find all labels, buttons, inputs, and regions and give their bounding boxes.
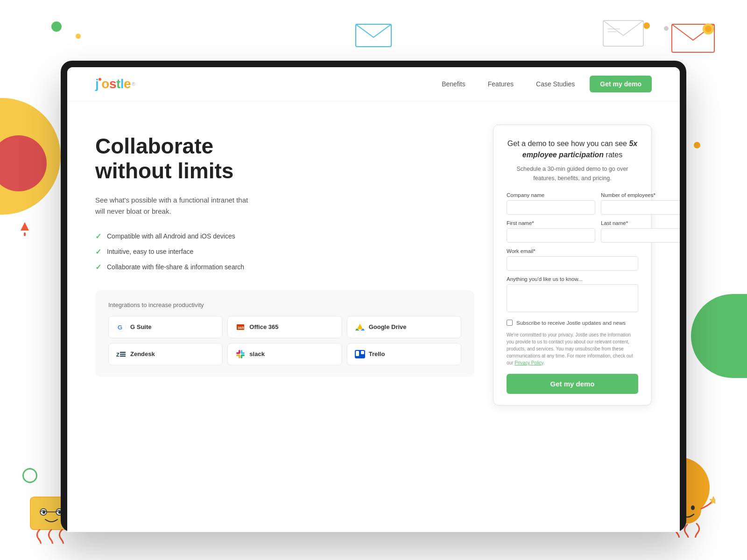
logo-letter-j: j: [95, 77, 99, 91]
integration-google-drive[interactable]: Google Drive: [347, 316, 461, 338]
hero-title: Collaborate without limits: [95, 134, 474, 183]
last-name-input[interactable]: [601, 228, 680, 243]
svg-point-10: [42, 511, 45, 514]
num-employees-input[interactable]: [601, 200, 680, 215]
svg-rect-1: [603, 21, 643, 46]
svg-marker-19: [21, 222, 29, 231]
check-icon-3: ✓: [95, 263, 101, 272]
integration-slack[interactable]: slack: [227, 343, 342, 365]
zendesk-icon: Z: [116, 349, 127, 359]
demo-card-subtitle: Schedule a 30-min guided demo to go over…: [507, 164, 638, 183]
subscribe-checkbox-row: Subscribe to receive Jostle updates and …: [507, 320, 638, 326]
slack-icon: [235, 349, 246, 359]
svg-text:G: G: [118, 324, 122, 331]
svg-point-6: [705, 26, 712, 32]
form-group-employees: Number of employees*: [601, 192, 680, 215]
company-name-label: Company name: [507, 192, 595, 198]
form-row-names: First name* Last name*: [507, 220, 638, 243]
laptop-frame: jostle ® Benefits Features Case Studies …: [61, 61, 686, 532]
gsuite-icon: G: [116, 322, 127, 332]
decor-gray-dot: [664, 26, 669, 31]
navigation: jostle ® Benefits Features Case Studies …: [67, 67, 680, 101]
work-email-label: Work email*: [507, 248, 638, 254]
form-row-company-employees: Company name Number of employees*: [507, 192, 638, 215]
laptop-screen: jostle ® Benefits Features Case Studies …: [67, 67, 680, 532]
envelope-top-icon: [355, 20, 392, 49]
left-column: Collaborate without limits See what's po…: [95, 125, 474, 522]
svg-marker-16: [710, 497, 715, 504]
svg-rect-0: [356, 24, 391, 47]
form-group-company: Company name: [507, 192, 595, 215]
first-name-input[interactable]: [507, 228, 595, 243]
googledrive-icon: [355, 322, 365, 332]
svg-text:365: 365: [238, 326, 244, 330]
nav-case-studies[interactable]: Case Studies: [536, 80, 575, 88]
svg-rect-38: [239, 355, 240, 358]
demo-card: Get a demo to see how you can see 5x emp…: [493, 125, 652, 406]
logo-trademark: ®: [132, 82, 135, 87]
nav-benefits[interactable]: Benefits: [442, 80, 465, 88]
integration-grid: G G Suite 365: [108, 316, 461, 365]
right-column: Get a demo to see how you can see 5x emp…: [493, 125, 652, 522]
notes-textarea[interactable]: [507, 284, 638, 312]
form-group-lastname: Last name*: [601, 220, 680, 243]
form-group-firstname: First name*: [507, 220, 595, 243]
decor-orange-dot: [643, 22, 650, 29]
decor-orange-dot2: [694, 142, 700, 148]
num-employees-label: Number of employees*: [601, 192, 680, 198]
decor-green-circle: [51, 21, 62, 32]
logo-letter-l: l: [120, 77, 124, 91]
notes-label: Anything you'd like us to know...: [507, 276, 638, 282]
decor-green-semi: [691, 294, 747, 378]
feature-item-1: ✓ Compatible with all Android and iOS de…: [95, 232, 474, 241]
work-email-input[interactable]: [507, 256, 638, 271]
form-group-notes: Anything you'd like us to know...: [507, 276, 638, 314]
hero-subtitle: See what's possible with a functional in…: [95, 195, 254, 217]
first-name-label: First name*: [507, 220, 595, 226]
office365-icon: 365: [235, 322, 246, 332]
feature-item-2: ✓ Intuitive, easy to use interface: [95, 247, 474, 256]
form-group-email: Work email*: [507, 248, 638, 271]
last-name-label: Last name*: [601, 220, 680, 226]
svg-rect-43: [361, 351, 364, 354]
svg-rect-4: [672, 24, 714, 52]
logo-letter-e: e: [124, 77, 131, 91]
svg-rect-36: [241, 354, 245, 356]
check-icon-2: ✓: [95, 247, 101, 256]
subscribe-label: Subscribe to receive Jostle updates and …: [516, 320, 626, 326]
svg-point-15: [691, 505, 695, 510]
decor-red-exclaim: [21, 222, 29, 238]
decor-yellow-dot: [76, 34, 81, 39]
svg-rect-40: [241, 350, 243, 354]
privacy-text: We're committed to your privacy. Jostle …: [507, 331, 638, 366]
subscribe-checkbox[interactable]: [507, 320, 513, 326]
svg-rect-42: [356, 351, 359, 356]
svg-rect-34: [236, 352, 240, 354]
features-list: ✓ Compatible with all Android and iOS de…: [95, 232, 474, 272]
envelope-tr-icon: [602, 17, 644, 49]
svg-marker-26: [357, 324, 363, 329]
nav-cta-button[interactable]: Get my demo: [590, 76, 652, 92]
integration-gsuite[interactable]: G G Suite: [108, 316, 223, 338]
decor-open-circle: [22, 468, 37, 483]
integration-zendesk[interactable]: Z Zendesk: [108, 343, 223, 365]
demo-card-title: Get a demo to see how you can see 5x emp…: [507, 138, 638, 161]
svg-point-8: [40, 509, 47, 515]
demo-submit-button[interactable]: Get my demo: [507, 374, 638, 394]
svg-text:Z: Z: [116, 352, 120, 357]
company-name-input[interactable]: [507, 200, 595, 215]
trello-icon: [355, 349, 365, 359]
main-content: Collaborate without limits See what's po…: [67, 101, 680, 532]
integration-office365[interactable]: 365 Office 365: [227, 316, 342, 338]
check-icon-1: ✓: [95, 232, 101, 241]
nav-features[interactable]: Features: [488, 80, 514, 88]
integration-trello[interactable]: Trello: [347, 343, 461, 365]
nav-links: Benefits Features Case Studies: [442, 80, 575, 88]
svg-point-5: [703, 23, 714, 35]
feature-item-3: ✓ Collaborate with file-share & informat…: [95, 263, 474, 272]
integrations-title: Integrations to increase productivity: [108, 301, 461, 308]
decor-yellow-semi: [0, 98, 61, 215]
privacy-policy-link[interactable]: Privacy Policy: [514, 360, 543, 365]
logo-letter-s: s: [109, 77, 116, 91]
logo-letter-t: t: [116, 77, 120, 91]
